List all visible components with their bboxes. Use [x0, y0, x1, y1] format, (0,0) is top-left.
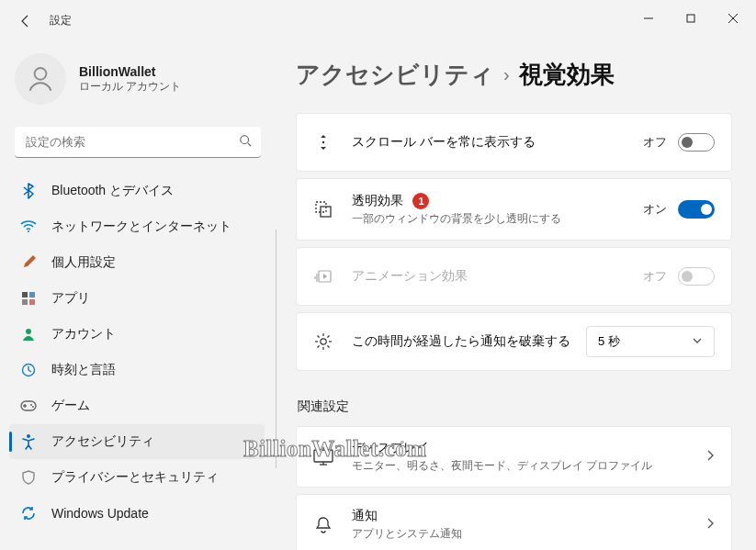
setting-transparency-toggle[interactable] — [678, 200, 715, 219]
setting-scrollbar-label: スクロール バーを常に表示する — [352, 134, 643, 151]
sidebar-item-label: アカウント — [51, 326, 116, 342]
sidebar-item-label: アプリ — [51, 290, 90, 307]
sidebar-item-apps[interactable]: アプリ — [9, 281, 265, 316]
sidebar-item-label: ゲーム — [51, 398, 90, 414]
chevron-right-icon: › — [503, 64, 510, 85]
breadcrumb-parent[interactable]: アクセシビリティ — [296, 59, 494, 91]
display-icon — [313, 447, 333, 467]
sidebar-item-label: 個人用設定 — [51, 254, 116, 271]
annotation-badge: 1 — [412, 193, 429, 209]
sidebar-item-game[interactable]: ゲーム — [9, 388, 265, 423]
scrollbar-icon — [313, 132, 333, 152]
brush-icon — [20, 254, 37, 271]
related-display-sub: モニター、明るさ、夜間モード、ディスプレイ プロファイル — [352, 458, 705, 474]
wifi-icon — [20, 219, 37, 235]
sidebar-item-bluetooth[interactable]: Bluetooth とデバイス — [9, 174, 265, 208]
window-title: 設定 — [50, 13, 72, 28]
sidebar-item-label: アクセシビリティ — [51, 433, 154, 450]
sidebar-item-label: Windows Update — [51, 506, 149, 521]
related-notifications-row[interactable]: 通知 アプリとシステム通知 — [297, 495, 731, 550]
minimize-button[interactable] — [627, 4, 670, 33]
animation-icon — [313, 266, 333, 286]
sidebar-item-clock[interactable]: 時刻と言語 — [9, 353, 265, 387]
maximize-button[interactable] — [670, 4, 712, 33]
setting-notify-label: この時間が経過したら通知を破棄する — [352, 333, 586, 350]
clock-icon — [20, 362, 37, 378]
sidebar-item-account[interactable]: アカウント — [9, 317, 265, 352]
nav-list: Bluetooth とデバイスネットワークとインターネット個人用設定アプリアカウ… — [6, 173, 270, 550]
svg-line-6 — [248, 143, 252, 147]
apps-icon — [20, 290, 37, 307]
svg-rect-8 — [22, 292, 28, 297]
search-box[interactable] — [15, 127, 261, 158]
setting-animation-toggle — [678, 267, 715, 286]
chevron-right-icon — [705, 449, 715, 466]
sidebar-item-accessibility[interactable]: アクセシビリティ — [9, 424, 265, 459]
setting-notify-value: 5 秒 — [598, 333, 620, 350]
sidebar-item-label: Bluetooth とデバイス — [51, 183, 174, 199]
back-button[interactable] — [18, 14, 33, 28]
chevron-down-icon — [692, 335, 703, 349]
account-icon — [20, 326, 37, 342]
svg-line-29 — [318, 345, 320, 347]
breadcrumb: アクセシビリティ › 視覚効果 — [296, 59, 732, 91]
svg-rect-1 — [687, 15, 694, 22]
sidebar-item-label: プライバシーとセキュリティ — [51, 469, 219, 486]
setting-scrollbar-state: オフ — [643, 134, 667, 151]
svg-point-15 — [30, 404, 32, 406]
sidebar-item-shield[interactable]: プライバシーとセキュリティ — [9, 460, 265, 495]
account-type: ローカル アカウント — [79, 79, 181, 95]
game-icon — [20, 398, 37, 414]
setting-transparency-sub: 一部のウィンドウの背景を少し透明にする — [352, 211, 643, 227]
sidebar-item-brush[interactable]: 個人用設定 — [9, 245, 265, 280]
svg-point-16 — [32, 406, 34, 408]
search-input[interactable] — [15, 127, 261, 158]
bell-icon — [313, 515, 333, 535]
sidebar-item-label: 時刻と言語 — [51, 362, 116, 378]
account-name: BillionWallet — [79, 64, 181, 79]
setting-transparency-label: 透明効果 — [352, 193, 403, 208]
close-button[interactable] — [712, 4, 754, 33]
svg-point-12 — [26, 329, 31, 334]
sidebar-item-label: ネットワークとインターネット — [51, 219, 231, 235]
shield-icon — [20, 469, 37, 486]
setting-animation-state: オフ — [643, 268, 667, 285]
sidebar-scrollbar[interactable] — [276, 230, 276, 468]
svg-point-5 — [241, 136, 249, 144]
related-notifications-title: 通知 — [352, 508, 705, 524]
setting-notify-dropdown[interactable]: 5 秒 — [586, 326, 715, 357]
related-notifications-sub: アプリとシステム通知 — [352, 526, 705, 542]
setting-notify-duration-row: この時間が経過したら通知を破棄する 5 秒 — [297, 313, 731, 370]
sidebar-item-wifi[interactable]: ネットワークとインターネット — [9, 209, 265, 244]
svg-rect-10 — [22, 299, 28, 305]
related-display-title: ディスプレイ — [352, 440, 705, 456]
svg-line-28 — [327, 345, 329, 347]
svg-point-22 — [321, 339, 326, 344]
brightness-icon — [313, 331, 333, 352]
transparency-icon — [313, 199, 333, 219]
svg-line-30 — [327, 336, 329, 338]
svg-point-7 — [28, 230, 29, 232]
accessibility-icon — [20, 433, 37, 450]
update-icon — [20, 505, 37, 522]
setting-animation-row: アニメーション効果 オフ — [297, 248, 731, 305]
setting-transparency-row: 透明効果 1 一部のウィンドウの背景を少し透明にする オン — [297, 179, 731, 240]
titlebar: 設定 — [0, 0, 756, 37]
setting-animation-label: アニメーション効果 — [352, 268, 643, 285]
chevron-right-icon — [705, 517, 715, 533]
related-heading: 関連設定 — [298, 398, 732, 415]
sidebar-item-update[interactable]: Windows Update — [9, 496, 265, 531]
svg-point-18 — [322, 141, 324, 143]
search-icon — [239, 134, 252, 151]
content-pane: アクセシビリティ › 視覚効果 スクロール バーを常に表示する オフ — [276, 37, 756, 550]
svg-rect-11 — [29, 299, 35, 305]
svg-rect-9 — [29, 292, 35, 297]
setting-scrollbar-toggle[interactable] — [678, 133, 715, 152]
account-block[interactable]: BillionWallet ローカル アカウント — [6, 46, 270, 119]
sidebar: BillionWallet ローカル アカウント Bluetooth とデバイス… — [0, 37, 276, 550]
svg-rect-31 — [314, 450, 333, 462]
related-display-row[interactable]: ディスプレイ モニター、明るさ、夜間モード、ディスプレイ プロファイル — [297, 427, 731, 487]
setting-transparency-state: オン — [643, 201, 667, 218]
svg-point-17 — [27, 434, 30, 438]
avatar-icon — [15, 53, 66, 105]
